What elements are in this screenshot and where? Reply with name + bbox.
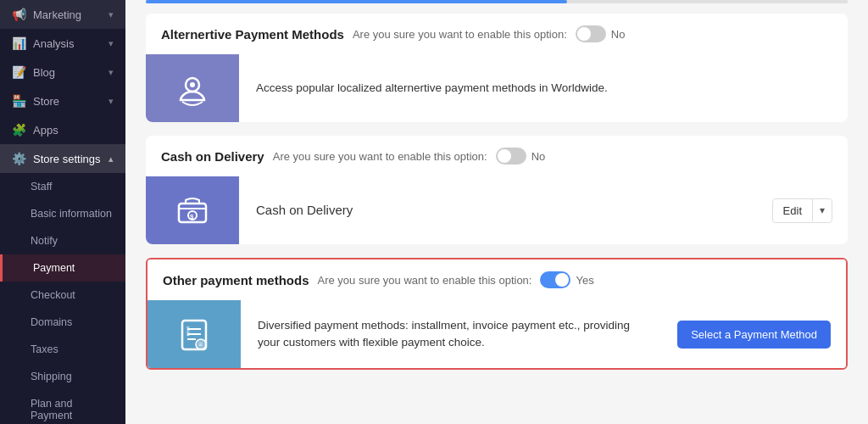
progress-bar-fill	[146, 0, 567, 3]
sidebar-sub-label: Plan and Payment	[31, 398, 114, 421]
cash-on-delivery-action: Edit ▾	[757, 198, 848, 223]
svg-text:$: $	[190, 213, 194, 220]
svg-point-1	[190, 82, 195, 87]
sidebar-item-label: Store settings	[33, 153, 101, 165]
main-content: Alternertive Payment Methods Are you sur…	[125, 0, 868, 424]
marketing-icon: 📢	[12, 8, 26, 21]
chevron-down-icon: ▾	[108, 96, 114, 107]
dropdown-arrow-icon: ▾	[812, 199, 832, 221]
alternative-payment-title: Alternertive Payment Methods	[161, 27, 344, 42]
sidebar-sub-label: Checkout	[31, 289, 75, 301]
toggle-knob	[498, 149, 511, 163]
toggle-knob	[555, 273, 569, 287]
alternative-payment-icon-box	[146, 54, 239, 122]
chevron-up-icon: ▴	[108, 153, 114, 165]
sidebar-sub-label: Notify	[31, 235, 58, 247]
sidebar-sub-label: Shipping	[31, 371, 72, 382]
sidebar-item-apps[interactable]: 🧩 Apps	[0, 115, 125, 144]
alternative-payment-toggle-label: No	[611, 28, 626, 41]
alternative-payment-question: Are you sure you want to enable this opt…	[353, 28, 567, 41]
chevron-down-icon: ▾	[108, 9, 114, 20]
sidebar-item-store[interactable]: 🏪 Store ▾	[0, 86, 125, 115]
store-icon: 🏪	[12, 94, 26, 108]
edit-button[interactable]: Edit ▾	[772, 198, 832, 223]
cash-on-delivery-toggle-group: No	[496, 148, 546, 165]
sidebar-item-label: Analysis	[33, 37, 74, 50]
other-payment-icon: $ $ ≡	[172, 312, 216, 356]
other-payment-description: Diversified payment methods: installment…	[241, 304, 662, 365]
analysis-icon: 📊	[12, 36, 26, 50]
sidebar-item-store-settings[interactable]: ⚙️ Store settings ▴	[0, 144, 125, 173]
alternative-payment-section: Alternertive Payment Methods Are you sur…	[146, 14, 848, 122]
other-payment-toggle-group: Yes	[540, 271, 593, 288]
sidebar-sub-notify[interactable]: Notify	[0, 227, 125, 254]
other-payment-icon-box: $ $ ≡	[147, 300, 241, 368]
svg-text:$: $	[186, 331, 190, 337]
progress-bar	[146, 0, 848, 3]
alternative-payment-toggle-group: No	[576, 25, 626, 42]
sidebar-sub-checkout[interactable]: Checkout	[0, 282, 125, 309]
alternative-payment-card: Access popular localized alternertive pa…	[146, 54, 848, 122]
cash-on-delivery-toggle-label: No	[531, 150, 546, 163]
sidebar-sub-staff[interactable]: Staff	[0, 173, 125, 200]
sidebar-sub-basic-information[interactable]: Basic information	[0, 200, 125, 227]
edit-button-label: Edit	[773, 199, 812, 222]
sidebar-item-marketing[interactable]: 📢 Marketing ▾	[0, 0, 125, 29]
toggle-knob	[577, 27, 591, 41]
chevron-down-icon: ▾	[108, 38, 114, 49]
other-payment-question: Are you sure you want to enable this opt…	[318, 274, 532, 287]
sidebar-item-label: Store	[33, 95, 59, 108]
sidebar-sub-label: Staff	[31, 181, 52, 192]
other-payment-header: Other payment methods Are you sure you w…	[147, 259, 846, 300]
sidebar-item-blog[interactable]: 📝 Blog ▾	[0, 58, 125, 86]
select-payment-button[interactable]: Select a Payment Method	[677, 321, 831, 349]
other-payment-toggle-label: Yes	[576, 274, 593, 287]
sidebar-sub-taxes[interactable]: Taxes	[0, 336, 125, 363]
cash-on-delivery-icon-box: $	[146, 176, 239, 244]
sidebar-sub-payment[interactable]: Payment	[0, 254, 125, 282]
other-payment-section: Other payment methods Are you sure you w…	[146, 258, 848, 370]
sidebar-sub-label: Taxes	[31, 343, 58, 355]
blog-icon: 📝	[12, 65, 26, 79]
gear-icon: ⚙️	[12, 152, 26, 165]
other-payment-action: Select a Payment Method	[662, 321, 846, 349]
sidebar-item-label: Apps	[33, 124, 58, 137]
sidebar-sub-label: Domains	[31, 316, 72, 328]
sidebar: 📢 Marketing ▾ 📊 Analysis ▾ 📝 Blog ▾ 🏪 St…	[0, 0, 125, 424]
other-payment-toggle[interactable]	[540, 271, 570, 288]
sidebar-sub-label: Basic information	[31, 208, 112, 220]
cash-on-delivery-header: Cash on Delivery Are you sure you want t…	[146, 136, 848, 176]
svg-text:≡: ≡	[199, 341, 203, 349]
cash-delivery-icon: $	[170, 188, 214, 232]
sidebar-item-label: Blog	[33, 66, 55, 79]
alternative-payment-description: Access popular localized alternertive pa…	[239, 66, 848, 110]
sidebar-item-label: Marketing	[33, 8, 81, 21]
cash-on-delivery-toggle[interactable]	[496, 148, 526, 165]
payment-location-icon	[172, 68, 213, 109]
sidebar-sub-label: Payment	[33, 262, 75, 274]
alternative-payment-toggle[interactable]	[576, 25, 606, 42]
cash-on-delivery-section: Cash on Delivery Are you sure you want t…	[146, 136, 848, 244]
chevron-down-icon: ▾	[108, 67, 114, 78]
apps-icon: 🧩	[12, 123, 26, 137]
sidebar-sub-plan-and-payment[interactable]: Plan and Payment	[0, 390, 125, 424]
sidebar-item-analysis[interactable]: 📊 Analysis ▾	[0, 29, 125, 58]
cash-on-delivery-title: Cash on Delivery	[161, 149, 264, 164]
cash-on-delivery-card: $ Cash on Delivery Edit ▾	[146, 176, 848, 244]
sidebar-sub-domains[interactable]: Domains	[0, 309, 125, 336]
alternative-payment-header: Alternertive Payment Methods Are you sur…	[146, 14, 848, 54]
cash-on-delivery-description: Cash on Delivery	[239, 187, 757, 234]
cash-on-delivery-question: Are you sure you want to enable this opt…	[273, 150, 487, 163]
other-payment-title: Other payment methods	[163, 273, 309, 287]
sidebar-sub-shipping[interactable]: Shipping	[0, 363, 125, 390]
other-payment-card: $ $ ≡ Diversified payment methods: insta…	[147, 300, 846, 368]
